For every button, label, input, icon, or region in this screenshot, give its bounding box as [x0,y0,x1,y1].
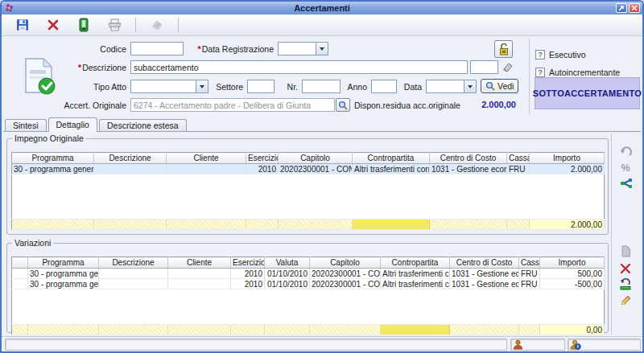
column-header[interactable]: Esercizio [246,153,279,164]
column-header[interactable]: Programma [12,153,94,164]
data-label: Data [399,81,422,93]
cell-importo[interactable]: -500,00 [540,279,605,289]
column-header[interactable]: Cassa [507,153,530,164]
print-icon [107,18,122,32]
variazioni-delete-button[interactable] [617,261,634,276]
column-header[interactable]: Centro di Costo [430,153,507,164]
tipo-atto-dropdown-button[interactable] [196,80,208,93]
column-header[interactable]: Descrizione [99,257,168,269]
codice-input[interactable] [130,42,184,55]
cell-programma[interactable]: 30 - programma generico [12,164,94,174]
cell-descrizione[interactable] [94,164,167,174]
column-header[interactable]: Descrizione [94,153,167,164]
data-input[interactable] [426,80,464,93]
cell-cliente[interactable] [167,164,246,174]
cell-centro-di-costo[interactable]: 1031 - Gestione econom [430,164,507,174]
descrizione-extra-input[interactable] [470,60,498,74]
cell-contropartita[interactable]: Altri trasferimenti cor [381,269,450,279]
column-header[interactable]: Centro di Costo [450,257,519,269]
cell-cliente[interactable] [168,279,231,289]
cell-capitolo[interactable]: 20202300001 - CONTRIB [279,164,353,174]
cell-cassa[interactable]: FRU [519,279,540,289]
cell-importo[interactable]: 2.000,00 [530,164,605,174]
cell-descrizione[interactable] [99,269,168,279]
anno-input[interactable] [371,80,397,93]
table-row[interactable]: 30 - programma gene 2010 01/10/2010 2020… [12,279,605,289]
print-button[interactable] [105,16,124,34]
new-row-icon [621,245,631,257]
cell-programma[interactable]: 30 - programma gene [28,279,99,289]
accert-originale-input[interactable] [130,98,335,112]
column-header[interactable]: Cliente [168,257,231,269]
cell-cliente[interactable] [168,269,231,279]
esecutivo-checkbox[interactable]: ? Esecutivo [535,50,586,60]
cell-esercizio[interactable]: 2010 [231,269,265,279]
archive-button[interactable] [74,16,93,34]
column-header[interactable]: Esercizio [231,257,265,269]
variazioni-new-button[interactable] [617,244,634,258]
status-user-cell [510,339,565,351]
cell-valuta[interactable]: 01/10/2010 [265,279,310,289]
eraser-button[interactable] [501,60,515,74]
autoincrementante-checkbox[interactable]: ? Autoincrementante [535,68,620,77]
vedi-button[interactable]: Vedi [481,79,518,93]
cell-centro-di-costo[interactable]: 1031 - Gestione ecor [450,269,519,279]
descrizione-input[interactable] [130,60,468,74]
column-header[interactable]: Contropartita [381,257,450,269]
cell-cassa[interactable]: FRU [519,269,540,279]
variazioni-edit-button[interactable] [617,293,634,307]
title-bar[interactable]: Accertamenti [2,2,642,14]
column-header[interactable]: Valuta [265,257,310,269]
column-header[interactable]: Capitolo [310,257,381,269]
column-header[interactable]: Contropartita [353,153,430,164]
column-header[interactable] [12,257,28,269]
cell-capitolo[interactable]: 20202300001 - CON [310,269,381,279]
user-icon [513,339,523,350]
data-dropdown-button[interactable] [464,80,477,93]
impegno-percent-button[interactable]: % [617,160,634,174]
save-button[interactable] [13,16,32,34]
settore-input[interactable] [247,80,275,93]
cell-cassa[interactable]: FRU [507,164,530,174]
cell-esercizio[interactable]: 2010 [246,164,279,174]
impegno-link-button[interactable] [617,176,634,191]
cell-capitolo[interactable]: 20202300001 - CON [310,279,381,289]
table-row[interactable]: 30 - programma gene 2010 01/10/2010 2020… [12,269,605,279]
impegno-undo-button[interactable] [617,145,634,159]
stamp-button[interactable] [147,16,167,34]
column-header[interactable]: Cliente [167,153,246,164]
lock-button[interactable] [494,40,513,58]
tipo-atto-input[interactable] [130,80,196,93]
cell-importo[interactable]: 500,00 [540,269,605,279]
cell-descrizione[interactable] [99,279,168,289]
total-cell [310,325,381,335]
nr-input[interactable] [302,80,341,93]
cell-programma[interactable]: 30 - programma gene [28,269,99,279]
column-header[interactable]: Importo [530,153,605,164]
column-header[interactable]: Capitolo [279,153,353,164]
cell-selector[interactable] [12,279,28,289]
column-header[interactable]: Cassa [519,257,540,269]
cell-selector[interactable] [12,269,28,279]
total-cell [519,325,540,335]
cell-contropartita[interactable]: Altri trasferimenti corren [353,164,430,174]
close-button[interactable] [629,3,640,13]
column-header[interactable]: Programma [28,257,99,269]
maximize-button[interactable] [616,3,627,13]
cell-contropartita[interactable]: Altri trasferimenti cor [381,279,450,289]
data-registrazione-input[interactable] [278,42,316,55]
column-header[interactable]: Importo [540,257,605,269]
cell-centro-di-costo[interactable]: 1031 - Gestione ecor [450,279,519,289]
total-cell [507,220,530,230]
cell-esercizio[interactable]: 2010 [231,279,265,289]
data-registrazione-dropdown-button[interactable] [316,42,328,55]
accert-originale-search-button[interactable] [336,98,350,112]
delete-button[interactable] [43,16,63,34]
tab-dettaglio[interactable]: Dettaglio [48,117,97,132]
tab-sintesi[interactable]: Sintesi [5,119,47,132]
toolbar [2,14,642,36]
table-row[interactable]: 30 - programma generico 2010 20202300001… [12,164,605,174]
tab-descrizione-estesa[interactable]: Descrizione estesa [99,119,187,132]
variazioni-restore-button[interactable] [617,277,634,291]
cell-valuta[interactable]: 01/10/2010 [265,269,310,279]
